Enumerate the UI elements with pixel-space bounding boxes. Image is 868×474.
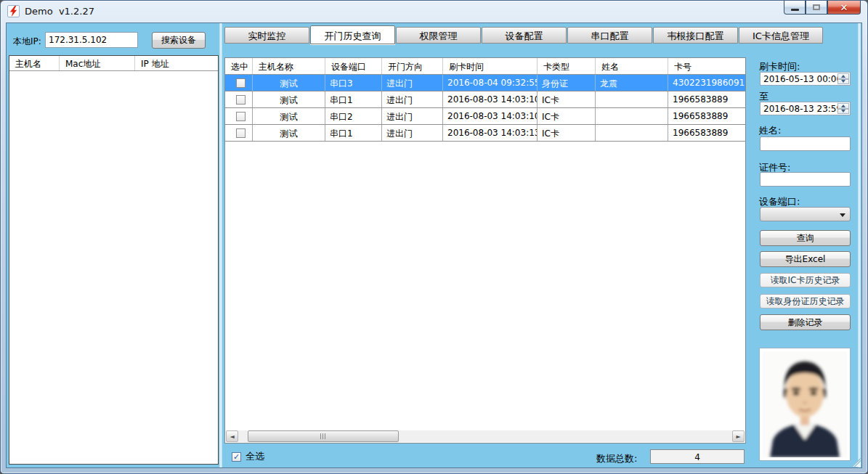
cell-time: 2016-08-04 09:32:55 — [443, 75, 538, 91]
cell-host: 测试 — [253, 108, 325, 124]
tab-door-history-query[interactable]: 开门历史查询 — [310, 25, 395, 44]
select-all-label: 全选 — [246, 450, 264, 463]
cell-time: 2016-08-03 14:03:13 — [443, 125, 538, 141]
scroll-right-arrow-icon[interactable]: ► — [732, 430, 745, 442]
main-area: 实时监控 开门历史查询 权限管理 设备配置 串口配置 韦根接口配置 IC卡信息管… — [223, 23, 750, 467]
cell-time: 2016-08-03 14:03:10 — [443, 91, 538, 107]
device-col-mac: Mac地址 — [60, 56, 135, 70]
time-from-value: 2016-05-13 00:00 — [763, 74, 842, 84]
id-number-input[interactable] — [760, 172, 851, 187]
cell-direction: 进出门 — [382, 75, 443, 91]
row-checkbox-cell — [225, 91, 253, 107]
device-port-select[interactable] — [760, 207, 851, 221]
select-all[interactable]: 全选 — [232, 450, 264, 463]
tab-serial-config[interactable]: 串口配置 — [567, 27, 652, 44]
tab-permission-management[interactable]: 权限管理 — [396, 27, 481, 44]
cell-card-number: 1966583889 — [668, 125, 745, 141]
cell-card-number: 1966583889 — [668, 108, 745, 124]
cell-card-type: IC卡 — [538, 91, 596, 107]
close-button[interactable]: ✕ — [827, 1, 861, 15]
local-ip-input[interactable] — [45, 32, 138, 48]
footer-bar: 全选 数据总数: 4 — [224, 447, 746, 466]
id-photo-frame — [759, 348, 851, 461]
cell-direction: 进出门 — [382, 125, 443, 141]
row-checkbox-cell — [225, 125, 253, 141]
device-list-header: 主机名 Mac地址 IP 地址 — [9, 56, 218, 71]
table-row[interactable]: 测试 串口1 进出门 2016-08-03 14:03:10 IC卡 19665… — [225, 91, 745, 108]
cell-card-type: 身份证 — [538, 75, 596, 91]
cell-name: 龙震 — [596, 75, 668, 91]
tab-device-config[interactable]: 设备配置 — [482, 27, 567, 44]
read-id-history-button[interactable]: 读取身份证历史记录 — [760, 294, 851, 308]
cell-host: 测试 — [253, 91, 325, 107]
spin-up-icon[interactable] — [837, 103, 849, 109]
cell-port: 串口2 — [325, 108, 382, 124]
name-input[interactable] — [760, 136, 851, 151]
col-card-type: 卡类型 — [538, 58, 596, 74]
tab-bar: 实时监控 开门历史查询 权限管理 设备配置 串口配置 韦根接口配置 IC卡信息管… — [224, 25, 750, 44]
cell-time: 2016-08-03 14:03:10 — [443, 108, 538, 124]
resize-grip[interactable] — [852, 458, 861, 467]
cell-host: 测试 — [253, 75, 325, 91]
row-checkbox[interactable] — [236, 128, 246, 138]
table-row[interactable]: 测试 串口2 进出门 2016-08-03 14:03:10 IC卡 19665… — [225, 108, 745, 125]
minimize-button[interactable] — [784, 1, 806, 15]
title-bar[interactable]: Demo v1.2.27 ✕ — [1, 1, 867, 23]
cell-card-number: 1966583889 — [668, 91, 745, 107]
device-col-ip: IP 地址 — [135, 56, 218, 70]
cell-card-type: IC卡 — [538, 125, 596, 141]
spin-up-icon[interactable] — [837, 73, 849, 79]
query-button[interactable]: 查询 — [760, 230, 851, 246]
app-window: Demo v1.2.27 ✕ 本地IP: 搜索设备 主机名 Mac地址 IP 地… — [0, 0, 868, 474]
maximize-button[interactable] — [806, 1, 827, 15]
delete-records-button[interactable]: 删除记录 — [760, 314, 851, 330]
cell-card-type: IC卡 — [538, 108, 596, 124]
tab-wiegand-config[interactable]: 韦根接口配置 — [653, 27, 738, 44]
minimize-icon — [791, 9, 799, 11]
left-device-panel: 本地IP: 搜索设备 主机名 Mac地址 IP 地址 — [9, 26, 219, 465]
read-ic-history-button[interactable]: 读取IC卡历史记录 — [760, 273, 851, 287]
cell-name — [596, 91, 668, 107]
cell-name — [596, 125, 668, 141]
tab-realtime-monitor[interactable]: 实时监控 — [224, 27, 309, 44]
cell-port: 串口1 — [325, 91, 382, 107]
local-ip-label: 本地IP: — [13, 36, 41, 48]
cell-direction: 进出门 — [382, 91, 443, 107]
table-row[interactable]: 测试 串口1 进出门 2016-08-03 14:03:13 IC卡 19665… — [225, 125, 745, 142]
time-from-picker[interactable]: 2016-05-13 00:00 — [760, 72, 851, 86]
device-list[interactable]: 主机名 Mac地址 IP 地址 — [9, 55, 219, 465]
select-all-checkbox[interactable] — [232, 452, 241, 462]
row-checkbox[interactable] — [236, 95, 246, 105]
cell-name — [596, 108, 668, 124]
export-excel-button[interactable]: 导出Excel — [760, 251, 851, 267]
row-checkbox-cell — [225, 108, 253, 124]
client-area: 本地IP: 搜索设备 主机名 Mac地址 IP 地址 实时监控 开门历史查询 权… — [6, 23, 862, 468]
window-controls: ✕ — [784, 1, 861, 15]
time-to-value: 2016-08-13 23:59 — [763, 104, 842, 114]
scroll-left-arrow-icon[interactable]: ◄ — [226, 430, 238, 442]
table-row[interactable]: 测试 串口3 进出门 2016-08-04 09:32:55 身份证 龙震 43… — [225, 75, 745, 91]
right-panel-edge — [858, 23, 861, 467]
time-to-picker[interactable]: 2016-08-13 23:59 — [760, 102, 851, 115]
right-filter-panel: 刷卡时间: 2016-05-13 00:00 至 2016-08-13 23:5… — [753, 23, 862, 467]
spin-down-icon[interactable] — [837, 79, 849, 85]
history-table: 选中 主机名称 设备端口 开门方向 刷卡时间 卡类型 姓名 卡号 测试 串口3 … — [224, 57, 746, 444]
close-icon: ✕ — [840, 2, 848, 13]
device-col-hostname: 主机名 — [9, 56, 60, 70]
window-title: Demo v1.2.27 — [25, 6, 94, 17]
horizontal-scrollbar[interactable]: ◄ ► — [226, 430, 745, 442]
col-door-direction: 开门方向 — [382, 58, 443, 74]
scrollbar-thumb[interactable] — [248, 430, 399, 442]
total-count-label: 数据总数: — [596, 452, 637, 465]
name-label: 姓名: — [759, 124, 781, 137]
time-to-spinner — [837, 103, 849, 114]
col-name: 姓名 — [596, 58, 668, 74]
chevron-down-icon — [840, 213, 845, 217]
search-device-button[interactable]: 搜索设备 — [152, 32, 206, 49]
row-checkbox[interactable] — [236, 78, 246, 88]
spin-down-icon[interactable] — [837, 109, 849, 115]
cell-host: 测试 — [253, 125, 325, 141]
cell-port: 串口3 — [325, 75, 382, 91]
col-swipe-time: 刷卡时间 — [443, 58, 538, 74]
row-checkbox[interactable] — [236, 112, 246, 121]
